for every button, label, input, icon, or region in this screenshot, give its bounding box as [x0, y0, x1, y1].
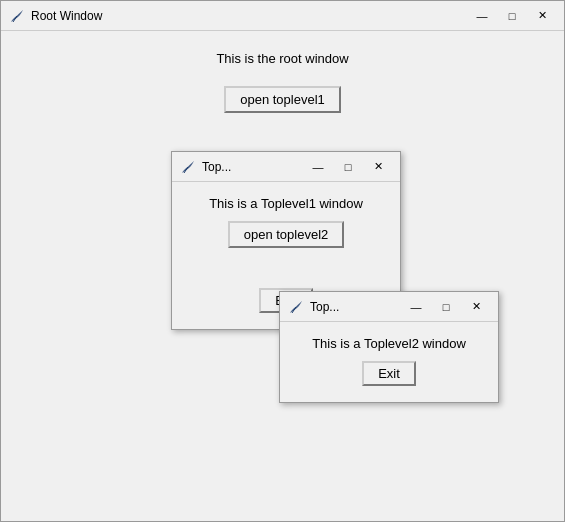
- root-maximize-btn[interactable]: □: [498, 5, 526, 27]
- toplevel2-app-icon: [288, 299, 304, 315]
- toplevel1-title: Top...: [202, 160, 304, 174]
- toplevel2-maximize-btn[interactable]: □: [432, 296, 460, 318]
- toplevel1-close-btn[interactable]: ✕: [364, 156, 392, 178]
- root-window: Root Window — □ ✕ This is the root windo…: [0, 0, 565, 522]
- toplevel2-controls: — □ ✕: [402, 296, 490, 318]
- toplevel2-minimize-btn[interactable]: —: [402, 296, 430, 318]
- toplevel1-label: This is a Toplevel1 window: [209, 196, 363, 211]
- toplevel1-maximize-btn[interactable]: □: [334, 156, 362, 178]
- toplevel1-title-bar: Top... — □ ✕: [172, 152, 400, 182]
- root-window-title: Root Window: [31, 9, 468, 23]
- toplevel2-label: This is a Toplevel2 window: [312, 336, 466, 351]
- app-icon: [9, 8, 25, 24]
- toplevel2-exit-button[interactable]: Exit: [362, 361, 416, 386]
- root-window-label: This is the root window: [216, 51, 348, 66]
- root-minimize-btn[interactable]: —: [468, 5, 496, 27]
- toplevel2-title-bar: Top... — □ ✕: [280, 292, 498, 322]
- root-content: This is the root window open toplevel1 T…: [1, 31, 564, 521]
- open-toplevel2-button[interactable]: open toplevel2: [228, 221, 345, 248]
- root-close-btn[interactable]: ✕: [528, 5, 556, 27]
- toplevel2-close-btn[interactable]: ✕: [462, 296, 490, 318]
- toplevel1-minimize-btn[interactable]: —: [304, 156, 332, 178]
- root-title-bar: Root Window — □ ✕: [1, 1, 564, 31]
- root-window-controls: — □ ✕: [468, 5, 556, 27]
- open-toplevel1-button[interactable]: open toplevel1: [224, 86, 341, 113]
- toplevel2-content: This is a Toplevel2 window Exit: [280, 322, 498, 402]
- toplevel2-title: Top...: [310, 300, 402, 314]
- toplevel1-controls: — □ ✕: [304, 156, 392, 178]
- toplevel2-window: Top... — □ ✕ This is a Toplevel2 window …: [279, 291, 499, 403]
- toplevel1-app-icon: [180, 159, 196, 175]
